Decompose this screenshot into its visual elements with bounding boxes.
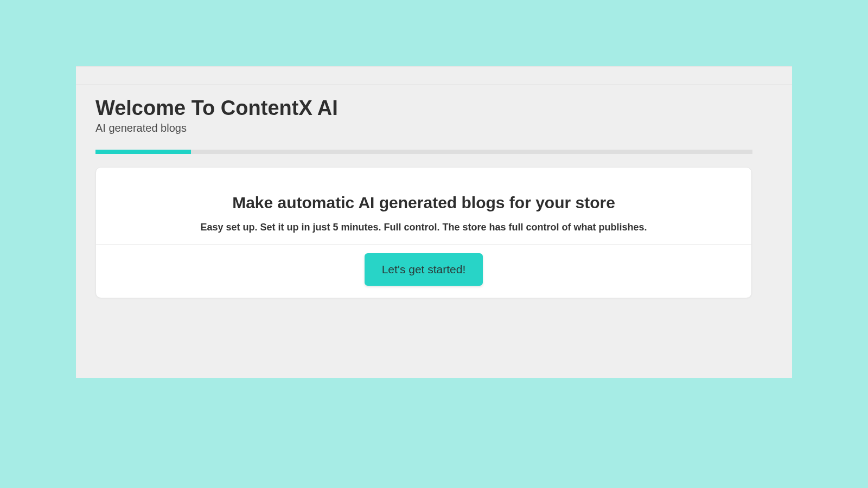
app-panel: Welcome To ContentX AI AI generated blog… <box>76 66 792 378</box>
progress-fill <box>95 150 191 154</box>
card-body: Let's get started! <box>96 245 751 298</box>
page-title: Welcome To ContentX AI <box>95 97 773 120</box>
progress-bar <box>95 150 752 154</box>
content-wrapper: Welcome To ContentX AI AI generated blog… <box>76 84 792 298</box>
get-started-button[interactable]: Let's get started! <box>365 253 483 286</box>
onboarding-card: Make automatic AI generated blogs for yo… <box>95 167 752 298</box>
page-subtitle: AI generated blogs <box>95 122 773 134</box>
card-title: Make automatic AI generated blogs for yo… <box>118 194 730 212</box>
card-subtitle: Easy set up. Set it up in just 5 minutes… <box>118 222 730 233</box>
card-header: Make automatic AI generated blogs for yo… <box>96 168 751 245</box>
